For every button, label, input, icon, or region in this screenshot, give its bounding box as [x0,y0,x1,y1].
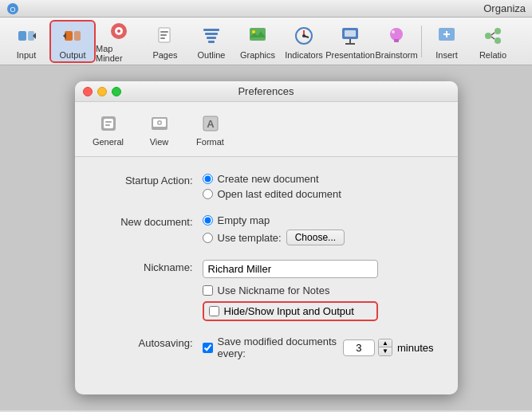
startup-open-last-label: Open last edited document [218,188,341,200]
toolbar-item-insert[interactable]: Insert [424,20,470,63]
svg-rect-13 [160,34,167,36]
indicators-icon [291,23,317,49]
choose-template-button[interactable]: Choose... [286,230,345,245]
toolbar-item-presentation[interactable]: Presentation [327,20,373,63]
use-template-radio[interactable] [203,233,213,243]
pref-general-label: General [93,137,124,147]
toolbar-separator [421,26,422,57]
autosave-checkbox[interactable] [203,343,213,353]
app-title: Organiza [483,2,526,14]
svg-rect-43 [105,121,112,123]
svg-rect-12 [160,31,168,33]
app-icon: O [6,2,19,15]
svg-point-10 [117,29,120,33]
svg-line-40 [491,37,495,39]
new-document-controls: Empty map Use template: Choose... [203,214,345,245]
toolbar-item-outline[interactable]: Outline [188,20,234,63]
toolbar-item-graphics-label: Graphics [240,50,275,60]
empty-map-row: Empty map [203,214,345,226]
svg-text:O: O [10,6,15,14]
use-template-label: Use template: [218,232,282,244]
toolbar-item-insert-label: Insert [435,50,458,60]
pref-toolbar: General View A [75,102,458,157]
minimize-button[interactable] [97,87,107,96]
pref-tool-format[interactable]: A Format [187,108,234,150]
svg-point-37 [495,28,501,34]
toolbar-item-relatio-label: Relatio [479,50,506,60]
svg-point-32 [392,30,395,33]
toolbar-item-indicators[interactable]: Indicators [281,20,327,63]
svg-rect-42 [104,119,113,128]
use-nickname-label: Use Nickname for Notes [218,284,330,296]
use-nickname-row: Use Nickname for Notes [203,284,378,296]
use-nickname-checkbox[interactable] [203,285,213,296]
main-content: Preferences General [0,65,532,410]
toolbar-item-input[interactable]: Input [3,20,49,63]
toolbar-item-map-minder[interactable]: Map Minder [96,20,142,63]
toolbar-item-presentation-label: Presentation [325,50,375,60]
minutes-input[interactable] [343,339,375,356]
hide-show-row: Hide/Show Input and Output [203,301,378,321]
pref-view-label: View [150,137,169,147]
pref-tool-general[interactable]: General [85,108,132,150]
insert-icon [434,23,459,49]
nickname-input[interactable] [203,260,378,278]
toolbar-item-pages-label: Pages [152,50,177,60]
close-button[interactable] [83,87,93,96]
svg-point-21 [252,30,255,33]
startup-action-label: Startup Action: [99,173,203,186]
startup-open-last-row: Open last edited document [203,188,341,200]
graphics-icon [245,23,270,49]
autosave-checkbox-label: Save modified documents every: [218,335,338,359]
toolbar-item-brainstorm[interactable]: Brainstorm [373,20,420,63]
svg-text:A: A [207,118,215,130]
preferences-title: Preferences [238,85,294,97]
svg-rect-2 [18,31,26,41]
stepper-down-button[interactable]: ▼ [379,347,392,355]
svg-rect-16 [205,33,218,35]
presentation-icon [337,23,363,49]
toolbar-item-output-label: Output [59,50,85,60]
window-controls [83,87,121,96]
nickname-controls: Use Nickname for Notes Hide/Show Input a… [203,260,378,321]
hide-show-checkbox[interactable] [209,306,219,316]
nickname-label: Nickname: [99,260,203,273]
maximize-button[interactable] [112,87,121,96]
pref-content: Startup Action: Create new document Open… [75,157,458,390]
view-settings-icon [148,112,171,135]
input-icon [14,23,39,49]
svg-point-30 [390,28,403,41]
toolbar-item-relatio[interactable]: Relatio [470,20,516,63]
svg-rect-14 [160,37,165,39]
startup-create-new-radio[interactable] [203,174,213,184]
toolbar-item-input-label: Input [17,50,36,60]
svg-rect-15 [203,29,219,31]
output-icon [60,23,85,49]
svg-point-38 [495,37,501,44]
pref-tool-view[interactable]: View [136,108,183,150]
toolbar-item-output[interactable]: Output [49,20,96,63]
map-minder-icon [106,20,132,42]
empty-map-label: Empty map [218,214,270,226]
svg-rect-29 [345,30,356,37]
pref-title-bar: Preferences [75,81,458,102]
startup-create-new-label: Create new document [218,173,319,185]
startup-create-new-row: Create new document [203,173,341,185]
stepper-up-button[interactable]: ▲ [379,339,392,347]
pages-icon [152,23,178,49]
brainstorm-icon [384,23,409,49]
svg-rect-31 [394,39,399,42]
empty-map-radio[interactable] [203,215,213,226]
toolbar-item-graphics[interactable]: Graphics [234,20,281,63]
svg-rect-6 [74,31,81,41]
toolbar-item-outline-label: Outline [198,50,226,60]
pref-format-label: Format [196,137,224,147]
new-document-label: New document: [99,214,203,228]
toolbar-item-pages[interactable]: Pages [142,20,188,63]
startup-open-last-radio[interactable] [203,189,213,199]
use-template-row: Use template: Choose... [203,230,345,245]
relatio-icon [480,23,506,49]
svg-point-36 [485,33,491,39]
startup-action-row: Startup Action: Create new document Open… [99,173,434,200]
svg-point-48 [158,121,160,124]
